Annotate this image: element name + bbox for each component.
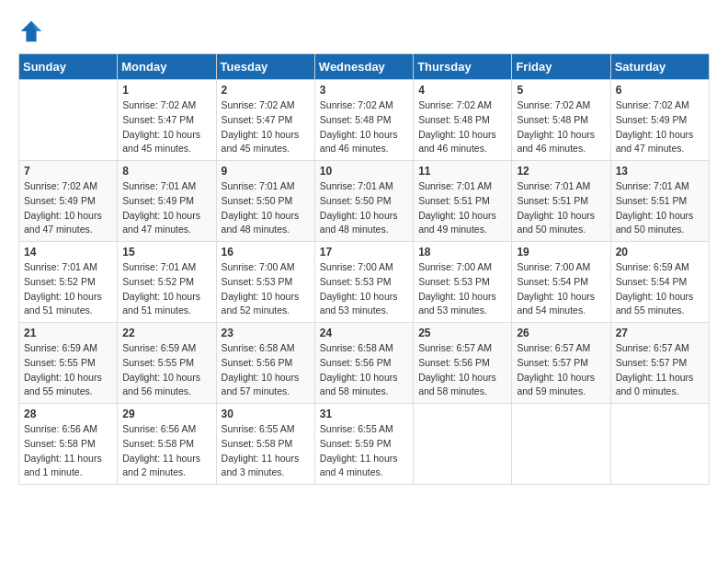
day-number: 17	[320, 246, 408, 259]
day-info: Sunrise: 7:02 AM Sunset: 5:49 PM Dayligh…	[24, 179, 112, 237]
calendar-cell	[19, 80, 118, 161]
calendar-cell: 21Sunrise: 6:59 AM Sunset: 5:55 PM Dayli…	[19, 323, 118, 404]
day-number: 23	[222, 327, 310, 339]
day-number: 27	[616, 327, 704, 339]
calendar-week-row: 14Sunrise: 7:01 AM Sunset: 5:52 PM Dayli…	[19, 242, 710, 323]
weekday-header: Tuesday	[216, 54, 314, 80]
calendar-week-row: 21Sunrise: 6:59 AM Sunset: 5:55 PM Dayli…	[19, 323, 710, 404]
weekday-header: Wednesday	[314, 54, 413, 80]
day-info: Sunrise: 6:59 AM Sunset: 5:55 PM Dayligh…	[122, 341, 210, 399]
calendar-cell	[414, 404, 512, 485]
calendar-cell	[610, 404, 709, 485]
day-number: 8	[122, 165, 210, 178]
logo	[18, 18, 48, 44]
day-number: 3	[320, 84, 408, 97]
calendar-cell: 6Sunrise: 7:02 AM Sunset: 5:49 PM Daylig…	[610, 80, 709, 161]
calendar-cell: 22Sunrise: 6:59 AM Sunset: 5:55 PM Dayli…	[118, 323, 216, 404]
day-info: Sunrise: 6:56 AM Sunset: 5:58 PM Dayligh…	[24, 422, 112, 480]
calendar-cell: 24Sunrise: 6:58 AM Sunset: 5:56 PM Dayli…	[314, 323, 413, 404]
day-number: 21	[24, 327, 112, 339]
day-number: 9	[222, 165, 310, 178]
day-info: Sunrise: 7:01 AM Sunset: 5:51 PM Dayligh…	[616, 179, 704, 237]
day-info: Sunrise: 6:58 AM Sunset: 5:56 PM Dayligh…	[320, 341, 408, 399]
calendar-week-row: 1Sunrise: 7:02 AM Sunset: 5:47 PM Daylig…	[19, 80, 710, 161]
day-info: Sunrise: 6:55 AM Sunset: 5:58 PM Dayligh…	[222, 422, 310, 480]
day-info: Sunrise: 6:59 AM Sunset: 5:54 PM Dayligh…	[616, 260, 704, 318]
calendar-cell: 16Sunrise: 7:00 AM Sunset: 5:53 PM Dayli…	[216, 242, 314, 323]
day-info: Sunrise: 7:01 AM Sunset: 5:52 PM Dayligh…	[122, 260, 210, 318]
day-number: 29	[122, 408, 210, 420]
calendar-cell: 14Sunrise: 7:01 AM Sunset: 5:52 PM Dayli…	[19, 242, 118, 323]
day-number: 20	[616, 246, 704, 259]
weekday-header: Monday	[118, 54, 216, 80]
calendar-cell: 2Sunrise: 7:02 AM Sunset: 5:47 PM Daylig…	[216, 80, 314, 161]
day-info: Sunrise: 7:00 AM Sunset: 5:54 PM Dayligh…	[517, 260, 605, 318]
weekday-header: Sunday	[19, 54, 118, 80]
day-number: 26	[517, 327, 605, 339]
day-number: 5	[517, 84, 605, 97]
day-number: 12	[517, 165, 605, 178]
day-info: Sunrise: 7:02 AM Sunset: 5:49 PM Dayligh…	[616, 98, 704, 156]
day-number: 4	[418, 84, 506, 97]
calendar-cell: 17Sunrise: 7:00 AM Sunset: 5:53 PM Dayli…	[314, 242, 413, 323]
day-number: 31	[320, 408, 408, 420]
calendar-cell: 10Sunrise: 7:01 AM Sunset: 5:50 PM Dayli…	[314, 161, 413, 242]
calendar-week-row: 28Sunrise: 6:56 AM Sunset: 5:58 PM Dayli…	[19, 404, 710, 485]
calendar-cell: 29Sunrise: 6:56 AM Sunset: 5:58 PM Dayli…	[118, 404, 216, 485]
calendar-cell: 3Sunrise: 7:02 AM Sunset: 5:48 PM Daylig…	[314, 80, 413, 161]
calendar-cell: 7Sunrise: 7:02 AM Sunset: 5:49 PM Daylig…	[19, 161, 118, 242]
day-info: Sunrise: 7:01 AM Sunset: 5:51 PM Dayligh…	[418, 179, 506, 237]
weekday-header: Thursday	[414, 54, 512, 80]
day-number: 6	[616, 84, 704, 97]
calendar-cell: 31Sunrise: 6:55 AM Sunset: 5:59 PM Dayli…	[314, 404, 413, 485]
calendar-cell: 26Sunrise: 6:57 AM Sunset: 5:57 PM Dayli…	[512, 323, 610, 404]
weekday-header: Saturday	[610, 54, 709, 80]
day-info: Sunrise: 6:57 AM Sunset: 5:57 PM Dayligh…	[517, 341, 605, 399]
calendar-cell: 20Sunrise: 6:59 AM Sunset: 5:54 PM Dayli…	[610, 242, 709, 323]
day-info: Sunrise: 7:02 AM Sunset: 5:48 PM Dayligh…	[517, 98, 605, 156]
day-number: 11	[418, 165, 506, 178]
day-number: 22	[122, 327, 210, 339]
weekday-header: Friday	[512, 54, 610, 80]
calendar-cell: 13Sunrise: 7:01 AM Sunset: 5:51 PM Dayli…	[610, 161, 709, 242]
calendar-cell: 18Sunrise: 7:00 AM Sunset: 5:53 PM Dayli…	[414, 242, 512, 323]
calendar-week-row: 7Sunrise: 7:02 AM Sunset: 5:49 PM Daylig…	[19, 161, 710, 242]
day-number: 28	[24, 408, 112, 420]
calendar-cell	[512, 404, 610, 485]
day-info: Sunrise: 6:55 AM Sunset: 5:59 PM Dayligh…	[320, 422, 408, 480]
day-info: Sunrise: 6:57 AM Sunset: 5:56 PM Dayligh…	[418, 341, 506, 399]
day-info: Sunrise: 7:02 AM Sunset: 5:47 PM Dayligh…	[222, 98, 310, 156]
day-number: 18	[418, 246, 506, 259]
header	[18, 18, 710, 44]
calendar-cell: 27Sunrise: 6:57 AM Sunset: 5:57 PM Dayli…	[610, 323, 709, 404]
day-number: 16	[222, 246, 310, 259]
calendar-cell: 23Sunrise: 6:58 AM Sunset: 5:56 PM Dayli…	[216, 323, 314, 404]
calendar-cell: 25Sunrise: 6:57 AM Sunset: 5:56 PM Dayli…	[414, 323, 512, 404]
calendar-table: SundayMondayTuesdayWednesdayThursdayFrid…	[18, 53, 710, 485]
calendar-cell: 4Sunrise: 7:02 AM Sunset: 5:48 PM Daylig…	[414, 80, 512, 161]
day-info: Sunrise: 7:01 AM Sunset: 5:52 PM Dayligh…	[24, 260, 112, 318]
day-number: 25	[418, 327, 506, 339]
calendar-cell: 12Sunrise: 7:01 AM Sunset: 5:51 PM Dayli…	[512, 161, 610, 242]
calendar-cell: 1Sunrise: 7:02 AM Sunset: 5:47 PM Daylig…	[118, 80, 216, 161]
day-number: 10	[320, 165, 408, 178]
day-info: Sunrise: 6:58 AM Sunset: 5:56 PM Dayligh…	[222, 341, 310, 399]
day-info: Sunrise: 7:02 AM Sunset: 5:48 PM Dayligh…	[418, 98, 506, 156]
day-number: 30	[222, 408, 310, 420]
calendar-cell: 30Sunrise: 6:55 AM Sunset: 5:58 PM Dayli…	[216, 404, 314, 485]
calendar-cell: 19Sunrise: 7:00 AM Sunset: 5:54 PM Dayli…	[512, 242, 610, 323]
day-info: Sunrise: 6:56 AM Sunset: 5:58 PM Dayligh…	[122, 422, 210, 480]
calendar-cell: 9Sunrise: 7:01 AM Sunset: 5:50 PM Daylig…	[216, 161, 314, 242]
day-info: Sunrise: 7:02 AM Sunset: 5:48 PM Dayligh…	[320, 98, 408, 156]
day-number: 1	[122, 84, 210, 97]
day-number: 19	[517, 246, 605, 259]
day-info: Sunrise: 7:00 AM Sunset: 5:53 PM Dayligh…	[418, 260, 506, 318]
day-number: 24	[320, 327, 408, 339]
logo-icon	[18, 18, 44, 44]
calendar-cell: 11Sunrise: 7:01 AM Sunset: 5:51 PM Dayli…	[414, 161, 512, 242]
day-number: 13	[616, 165, 704, 178]
day-info: Sunrise: 7:00 AM Sunset: 5:53 PM Dayligh…	[320, 260, 408, 318]
calendar-cell: 15Sunrise: 7:01 AM Sunset: 5:52 PM Dayli…	[118, 242, 216, 323]
day-number: 14	[24, 246, 112, 259]
day-info: Sunrise: 7:01 AM Sunset: 5:51 PM Dayligh…	[517, 179, 605, 237]
